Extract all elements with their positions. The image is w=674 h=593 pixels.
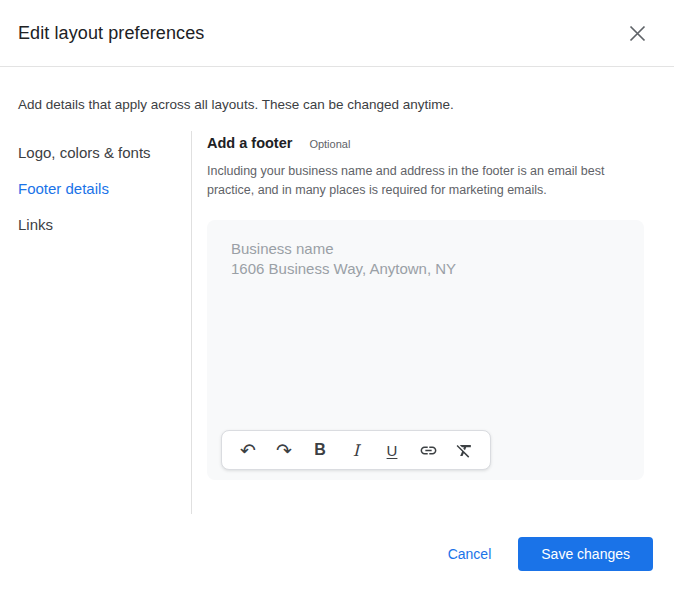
undo-button[interactable]: ↶ [236,438,260,462]
edit-layout-preferences-dialog: Edit layout preferences Add details that… [0,0,674,593]
link-icon [419,441,438,460]
save-changes-button[interactable]: Save changes [518,537,653,571]
formatting-toolbar: ↶ ↷ B I U [221,430,491,470]
section-description: Including your business name and address… [207,162,644,200]
preferences-sidebar: Logo, colors & fonts Footer details Link… [0,131,192,514]
dialog-title: Edit layout preferences [18,23,204,44]
dialog-header: Edit layout preferences [0,0,674,67]
undo-icon: ↶ [240,441,256,460]
clear-formatting-button[interactable] [452,438,476,462]
underline-icon: U [387,442,398,459]
close-button[interactable] [624,20,650,46]
italic-button[interactable]: I [344,438,368,462]
clear-formatting-icon [455,441,474,460]
sidebar-item-footer-details[interactable]: Footer details [0,181,191,197]
underline-button[interactable]: U [380,438,404,462]
dialog-body: Logo, colors & fonts Footer details Link… [0,131,674,514]
redo-icon: ↷ [276,441,292,460]
editor-placeholder-line2: 1606 Business Way, Anytown, NY [231,259,620,279]
redo-button[interactable]: ↷ [272,438,296,462]
intro-text: Add details that apply across all layout… [18,97,656,113]
close-icon [629,25,646,42]
section-header: Add a footer Optional [207,135,644,151]
bold-icon: B [314,441,326,459]
footer-text-editor[interactable]: Business name 1606 Business Way, Anytown… [207,220,644,480]
sidebar-item-logo-colors-fonts[interactable]: Logo, colors & fonts [0,145,191,161]
sidebar-item-links[interactable]: Links [0,217,191,233]
editor-placeholder-line1: Business name [231,239,620,259]
insert-link-button[interactable] [416,438,440,462]
italic-icon: I [353,441,359,460]
cancel-button[interactable]: Cancel [436,538,504,570]
optional-label: Optional [309,138,350,150]
footer-details-panel: Add a footer Optional Including your bus… [192,131,644,514]
section-title: Add a footer [207,135,292,151]
bold-button[interactable]: B [308,438,332,462]
dialog-actions: Cancel Save changes [0,537,674,593]
